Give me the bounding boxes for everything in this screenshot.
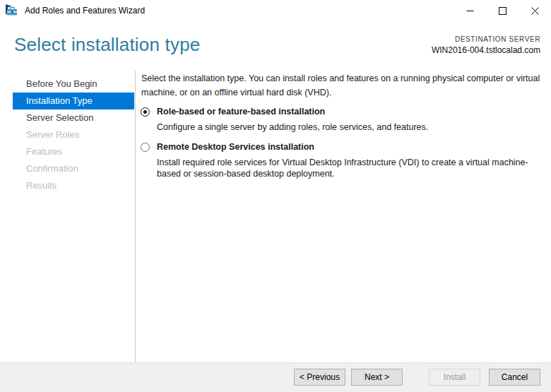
nav-item-features: Features [0,143,134,160]
next-button[interactable]: Next > [351,369,403,386]
installation-type-intro: Select the installation type. You can in… [141,71,543,100]
titlebar: Add Roles and Features Wizard [0,0,551,21]
maximize-button[interactable] [486,0,519,21]
nav-item-before-you-begin[interactable]: Before You Begin [0,76,134,93]
nav-item-confirmation: Confirmation [0,160,134,177]
install-button[interactable]: Install [429,369,480,386]
radio-selected-dot [143,110,147,114]
add-roles-features-wizard-window: Add Roles and Features Wizard Select ins… [0,0,551,392]
remote-desktop-description: Install required role services for Virtu… [157,157,547,179]
destination-server-block: DESTINATION SERVER WIN2016-004.tstlocala… [432,35,540,55]
cancel-button[interactable]: Cancel [489,369,540,386]
radio-remote-desktop-label[interactable]: Remote Desktop Services installation [157,142,314,152]
window-title: Add Roles and Features Wizard [25,0,145,21]
role-based-description: Configure a single server by adding role… [157,121,547,133]
server-manager-toolbox-icon [5,4,18,17]
window-controls [454,0,551,21]
page-title: Select installation type [14,34,201,56]
minimize-icon [466,7,474,15]
previous-button[interactable]: < Previous [294,369,345,386]
minimize-button[interactable] [454,0,486,21]
nav-item-results: Results [0,177,134,194]
nav-item-installation-type[interactable]: Installation Type [13,93,134,109]
close-button[interactable] [519,0,551,21]
maximize-icon [499,7,506,15]
wizard-steps-nav: Before You Begin Installation Type Serve… [0,76,134,194]
nav-item-server-selection[interactable]: Server Selection [0,109,134,126]
close-icon [531,7,539,15]
radio-role-based-installation[interactable] [141,107,150,117]
nav-item-server-roles: Server Roles [0,126,134,143]
destination-server-name: WIN2016-004.tstlocalad.com [432,45,540,55]
radio-remote-desktop-installation[interactable] [141,143,150,152]
destination-server-label: DESTINATION SERVER [432,35,540,43]
nav-content-divider [135,71,136,362]
radio-role-based-label[interactable]: Role-based or feature-based installation [157,107,325,117]
